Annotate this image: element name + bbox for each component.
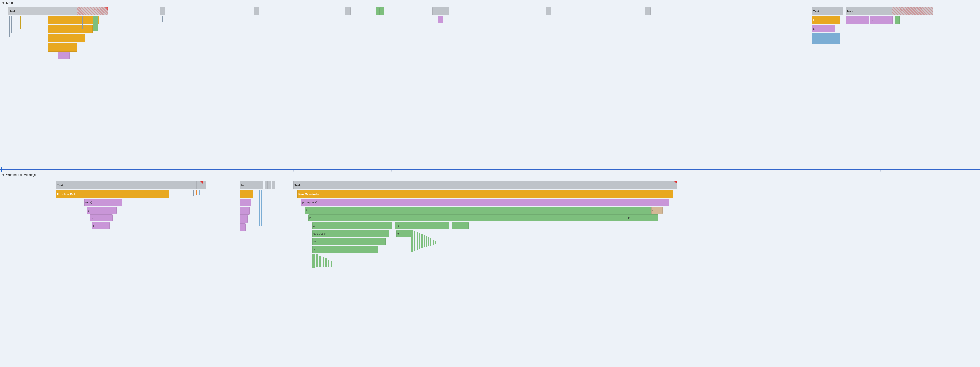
w-green-t6	[328, 260, 329, 267]
main-task-4[interactable]	[345, 7, 351, 16]
w-right-t10	[432, 239, 433, 245]
main-tick-s6b	[549, 16, 549, 22]
worker-section-header[interactable]: Worker: exif-worker.js	[0, 172, 38, 178]
worker-section-label: Worker: exif-worker.js	[6, 173, 36, 177]
w-task-small-5[interactable]	[272, 181, 275, 189]
w-green-t4	[323, 257, 325, 267]
main-tick-blue	[88, 16, 88, 25]
main-fl-block[interactable]: F...l	[812, 16, 840, 24]
main-section-header[interactable]: Main	[0, 0, 15, 6]
main-lat-block[interactable]: La...t	[870, 16, 893, 24]
main-task-5[interactable]	[433, 7, 449, 16]
w-task-small-3[interactable]	[265, 181, 268, 189]
main-task-2[interactable]	[160, 7, 165, 16]
main-green-2[interactable]	[376, 7, 380, 16]
w-run-micro-block[interactable]: Run Microtasks	[298, 190, 673, 198]
w-task-small-4[interactable]	[268, 181, 271, 189]
w-o-block[interactable]: o	[396, 230, 413, 237]
w-paren-label: (...)	[91, 217, 94, 219]
w-ge-e-block[interactable]: ge...e	[87, 207, 117, 214]
main-task-7[interactable]	[645, 7, 651, 16]
w-right-t1	[411, 230, 413, 252]
w-ano-ous-block[interactable]: (ano...ous)	[312, 230, 390, 237]
w-task-small-1[interactable]	[193, 181, 197, 189]
w-paren-block[interactable]: (...)	[89, 214, 113, 222]
w-right-t5	[422, 234, 423, 248]
main-tick-1b	[11, 16, 12, 33]
main-task-named-1[interactable]: Task	[812, 7, 843, 16]
main-purple-2[interactable]	[438, 16, 443, 23]
w-underscore-e-block[interactable]: _e	[395, 222, 449, 229]
w-ge-e-label: ge...e	[88, 209, 94, 212]
main-tick-s3b	[257, 16, 257, 22]
main-tick-s2b	[162, 16, 163, 22]
w-a-s-block[interactable]: (a...s)	[84, 199, 122, 206]
w-ft-paren-block[interactable]: (...	[651, 207, 663, 214]
w-right-t12	[435, 241, 436, 244]
w-purple-col-1[interactable]	[240, 199, 251, 206]
w-task-t[interactable]: T...	[240, 181, 263, 189]
w-anonymous-block[interactable]: (anonymous)	[301, 199, 669, 206]
w-func-block[interactable]: Function Call	[56, 190, 169, 198]
w-W-label: W	[313, 240, 316, 243]
w-green-small-1[interactable]	[452, 222, 468, 229]
main-tick-s6a	[546, 16, 546, 23]
main-green-3[interactable]	[380, 7, 384, 16]
main-blue-block[interactable]	[812, 33, 840, 44]
main-collapse-triangle[interactable]	[2, 2, 5, 4]
main-gold-4[interactable]	[48, 43, 77, 51]
main-fl-label: F...l	[813, 19, 817, 22]
w-green-t1	[312, 254, 315, 268]
w-z-block[interactable]: z	[312, 222, 392, 229]
w-f-block[interactable]: f...	[92, 222, 110, 229]
main-lat-label: La...t	[870, 19, 876, 22]
main-re-label: R...e	[846, 19, 852, 22]
main-section-label: Main	[6, 1, 13, 5]
w-right-t7	[426, 236, 427, 247]
main-task-named-2[interactable]: Task	[846, 7, 933, 16]
w-ft-block[interactable]: ft	[304, 207, 662, 214]
w-V-block[interactable]: V	[312, 246, 378, 253]
w-W-block[interactable]: W	[312, 238, 386, 245]
w-small-tick-orange	[196, 190, 197, 195]
w-purple-col-3[interactable]	[240, 215, 248, 223]
main-task-block-1[interactable]: Task	[8, 7, 108, 16]
w-underscore-e-label: _e	[396, 224, 399, 227]
w-purple-col-2[interactable]	[240, 207, 250, 215]
main-paren-label: (...)	[813, 27, 817, 30]
w-purple-col-4[interactable]	[240, 223, 246, 231]
w-task-1[interactable]: Task	[56, 181, 203, 189]
main-task-named-1-label: Task	[813, 10, 819, 13]
main-task-3[interactable]	[253, 7, 259, 16]
w-green-t7	[331, 261, 332, 267]
w-task-big-label: Task	[294, 184, 301, 187]
main-task-6[interactable]	[546, 7, 551, 16]
main-tick-1c	[18, 16, 18, 32]
worker-collapse-triangle[interactable]	[2, 174, 5, 176]
main-paren-block[interactable]: (...)	[812, 25, 835, 32]
main-tick-right	[842, 25, 842, 37]
main-gold-2[interactable]	[48, 25, 93, 34]
main-green-1[interactable]	[93, 16, 98, 32]
w-right-t3	[417, 232, 418, 250]
main-gold-3[interactable]	[48, 34, 85, 43]
w-blue-thin-2	[261, 190, 262, 226]
main-purple-1[interactable]	[58, 52, 70, 59]
w-z-label: z	[313, 224, 315, 227]
main-gold-1[interactable]	[48, 16, 99, 24]
w-yellow-1[interactable]	[240, 190, 253, 198]
w-task-t-label: T...	[241, 184, 244, 187]
main-re-block[interactable]: R...e	[846, 16, 869, 24]
w-ft-label: ft	[305, 209, 307, 212]
w-it-block[interactable]: It	[627, 214, 658, 222]
w-V-label: V	[313, 248, 315, 251]
w-f-label: f...	[93, 224, 96, 227]
w-task-big[interactable]: Task	[293, 181, 677, 189]
w-small-tick-1	[193, 190, 194, 196]
w-task-small-2[interactable]	[203, 181, 207, 189]
w-green-t3	[319, 256, 321, 267]
w-o-label: o	[398, 232, 399, 235]
w-lt-block[interactable]: lt	[309, 214, 659, 222]
w-anonymous-label: (anonymous)	[302, 201, 317, 204]
main-green-right[interactable]	[894, 16, 900, 24]
